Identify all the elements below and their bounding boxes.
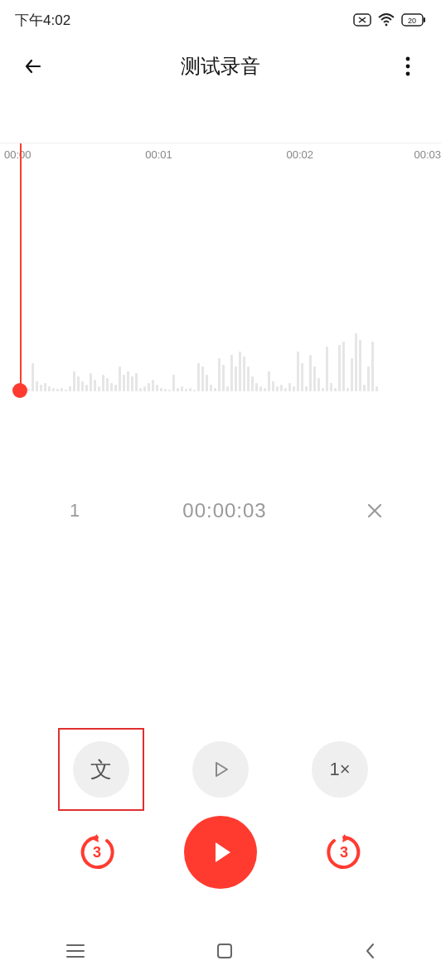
waveform-bars [0,292,441,391]
nav-recent-button[interactable] [65,943,85,959]
text-icon: 文 [90,755,112,784]
timeline-tick-label: 00:03 [414,148,441,161]
square-icon [216,943,233,959]
page-title: 测试录音 [48,53,393,80]
nav-home-button[interactable] [216,943,233,959]
svg-text:3: 3 [340,844,348,861]
more-vertical-icon [405,56,410,76]
timeline-tick-label: 00:01 [145,148,172,161]
wifi-icon [378,13,395,27]
system-navigation-bar [0,922,441,980]
recording-segment-row: 1 00:00:03 [0,499,441,522]
waveform-timeline[interactable]: 00:0000:0100:0200:03 [0,143,441,400]
svg-point-9 [406,72,410,76]
primary-controls: 3 3 [0,816,441,889]
timeline-tick-label: 00:02 [286,148,313,161]
svg-point-7 [406,57,410,61]
skip-forward-icon: 3 [324,832,364,872]
back-button[interactable] [18,55,48,78]
timeline-tick-label: 00:00 [4,148,32,161]
svg-rect-17 [218,944,231,958]
segment-delete-button[interactable] [358,502,391,520]
skip-back-icon: 3 [77,832,117,872]
speed-label: 1× [329,759,350,780]
chevron-left-icon [364,942,376,960]
preview-play-button[interactable] [192,741,249,798]
svg-point-8 [406,65,410,69]
more-options-button[interactable] [393,56,423,76]
playback-speed-button[interactable]: 1× [312,741,368,798]
transcribe-button[interactable]: 文 [73,741,129,798]
status-bar: 下午4:02 20 [0,0,441,40]
do-not-disturb-icon [353,13,371,27]
segment-time: 00:00:03 [91,499,358,522]
playhead-line [20,143,22,391]
skip-forward-button[interactable]: 3 [319,827,369,877]
menu-icon [65,943,85,959]
play-outline-icon [211,759,230,779]
svg-text:20: 20 [408,17,416,25]
skip-back-button[interactable]: 3 [72,827,122,877]
status-time: 下午4:02 [15,11,70,30]
battery-icon: 20 [401,13,426,27]
svg-point-3 [385,24,388,27]
segment-index: 1 [58,500,91,522]
timeline-ticks: 00:0000:0100:0200:03 [0,143,441,168]
nav-back-button[interactable] [364,942,376,960]
svg-rect-5 [424,17,425,22]
svg-text:3: 3 [93,844,101,861]
status-indicators: 20 [353,13,426,27]
header: 测试录音 [0,40,441,93]
close-icon [366,502,384,520]
secondary-controls: 文 1× [0,741,441,798]
playhead-handle[interactable] [12,383,27,398]
play-button[interactable] [184,816,257,889]
arrow-left-icon [22,55,45,78]
play-icon [206,837,235,867]
